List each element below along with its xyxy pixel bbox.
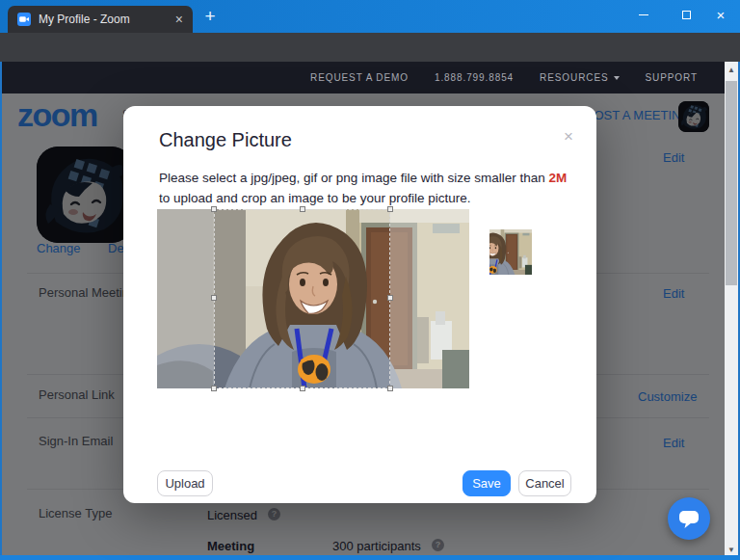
new-tab-button[interactable]: + — [198, 5, 222, 28]
support-link[interactable]: SUPPORT — [646, 72, 698, 83]
crop-handle-sw[interactable] — [211, 386, 217, 391]
window-close-button[interactable]: × — [700, 0, 740, 29]
request-demo-link[interactable]: REQUEST A DEMO — [310, 72, 409, 83]
crop-handle-nw[interactable] — [211, 206, 217, 212]
crop-handle-n[interactable] — [300, 206, 305, 212]
change-picture-dialog: Change Picture × Please select a jpg/jpe… — [123, 106, 596, 503]
window-border-bottom — [0, 555, 740, 560]
cancel-button[interactable]: Cancel — [518, 470, 571, 496]
window-border-left — [0, 62, 2, 555]
site-header: REQUEST A DEMO 1.888.799.8854 RESOURCES … — [0, 62, 725, 93]
tab-title: My Profile - Zoom — [39, 13, 130, 26]
chat-bubble-icon — [677, 508, 700, 529]
scroll-up-icon[interactable]: ▲ — [725, 66, 738, 74]
caret-down-icon — [614, 76, 620, 80]
crop-selection[interactable] — [214, 209, 390, 388]
save-button[interactable]: Save — [462, 470, 511, 496]
crop-dim-left — [157, 209, 214, 388]
resources-menu[interactable]: RESOURCES — [540, 72, 619, 83]
crop-handle-s[interactable] — [300, 386, 305, 391]
crop-canvas[interactable] — [157, 209, 469, 388]
maximize-icon — [682, 11, 691, 19]
zoom-favicon — [17, 13, 31, 26]
crop-handle-e[interactable] — [387, 295, 393, 301]
dialog-instructions: Please select a jpg/jpeg, gif or png ima… — [159, 168, 573, 208]
crop-handle-w[interactable] — [211, 295, 217, 301]
crop-dim-right — [390, 209, 469, 388]
browser-tab[interactable]: My Profile - Zoom × — [8, 6, 193, 33]
minimize-icon — [639, 14, 648, 15]
tab-close-icon[interactable]: × — [175, 12, 183, 27]
crop-handle-ne[interactable] — [387, 206, 393, 212]
browser-toolbar: https://zoom.us/profile ⋯ — [0, 33, 740, 62]
scrollbar-thumb[interactable] — [726, 81, 737, 285]
size-limit: 2M — [548, 171, 567, 185]
browser-titlebar: My Profile - Zoom × + × — [0, 0, 740, 33]
upload-button[interactable]: Upload — [157, 470, 213, 496]
browser-window: My Profile - Zoom × + × https://zoom.us/… — [0, 0, 740, 560]
page-scrollbar[interactable]: ▲ ▼ — [725, 62, 738, 560]
dialog-close-icon[interactable]: × — [564, 127, 573, 147]
crop-handle-se[interactable] — [387, 386, 393, 391]
crop-preview-thumbnail — [489, 212, 546, 292]
window-minimize-button[interactable] — [623, 0, 664, 29]
scroll-down-icon[interactable]: ▼ — [725, 546, 738, 554]
support-chat-button[interactable] — [668, 497, 710, 540]
dialog-title: Change Picture — [159, 129, 292, 151]
phone-number[interactable]: 1.888.799.8854 — [435, 72, 514, 83]
